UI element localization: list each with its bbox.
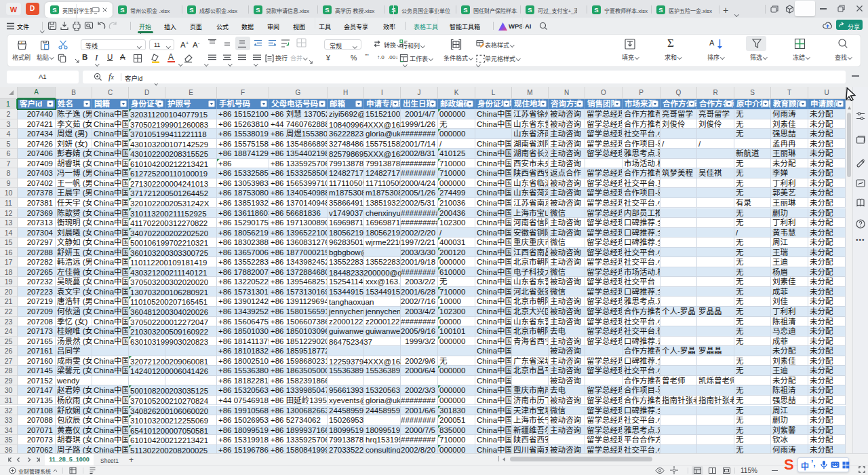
svg-text:S: S bbox=[784, 456, 794, 473]
